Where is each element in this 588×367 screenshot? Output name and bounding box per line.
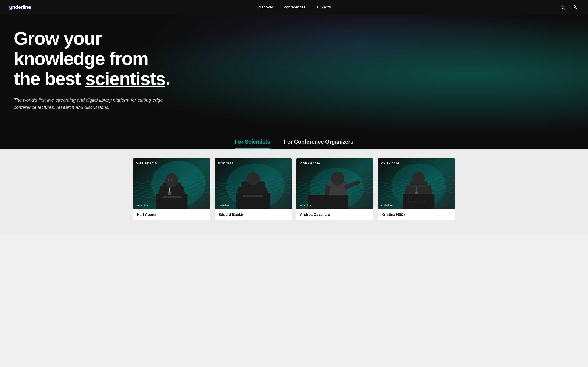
svg-rect-4 (156, 194, 188, 209)
cards-section: WEBIST 2019 (0, 149, 588, 234)
user-account-button[interactable] (571, 3, 579, 11)
svg-point-24 (331, 172, 344, 186)
tab-scientists[interactable]: For Scientists (235, 139, 270, 149)
speaker-name-1: Karl Aberer (137, 213, 207, 217)
tab-conference-organizers[interactable]: For Conference Organizers (284, 139, 353, 149)
hero-title: Grow your knowledge from the best scient… (14, 28, 193, 89)
card-image-3: ICPRAM 2020 un (296, 158, 373, 209)
hero-content: Grow your knowledge from the best scient… (0, 15, 207, 134)
search-icon (560, 5, 565, 10)
svg-point-0 (561, 6, 564, 9)
svg-point-35 (412, 173, 425, 184)
card-image-1: WEBIST 2019 (133, 158, 210, 209)
card-image-4: CHIRA 2019 (378, 158, 455, 209)
card-logo-1: underline (137, 204, 148, 207)
svg-point-18 (246, 173, 260, 185)
hero-section: Grow your knowledge from the best scient… (0, 0, 588, 149)
nav-actions (559, 3, 579, 11)
card-icpram-2020[interactable]: ICPRAM 2020 un (296, 158, 373, 220)
svg-rect-39 (415, 192, 418, 194)
conference-label-2: IC3K 2019 (218, 162, 233, 165)
card-webist-2019[interactable]: WEBIST 2019 (133, 158, 210, 220)
svg-rect-5 (163, 196, 181, 198)
speaker-silhouette-3 (296, 158, 373, 209)
svg-point-7 (165, 173, 178, 188)
cards-grid: WEBIST 2019 (133, 158, 455, 220)
svg-rect-16 (243, 195, 263, 197)
card-logo-2: underline (218, 204, 229, 207)
search-button[interactable] (559, 3, 567, 11)
card-image-2: IC3K 2019 unde (215, 158, 292, 209)
card-logo-4: underline (381, 204, 393, 207)
card-chira-2019[interactable]: CHIRA 2019 (378, 158, 455, 220)
nav-conferences[interactable]: conferences (284, 5, 305, 10)
nav-discover[interactable]: discover (259, 5, 273, 10)
speaker-name-4: Kristina Höök (381, 213, 451, 217)
user-icon (572, 5, 578, 10)
speaker-silhouette-4 (378, 158, 455, 209)
card-ic3k-2019[interactable]: IC3K 2019 unde (215, 158, 292, 220)
svg-rect-13 (168, 192, 171, 194)
svg-line-1 (564, 8, 565, 9)
logo[interactable]: underline (9, 4, 31, 10)
svg-point-2 (574, 6, 576, 7)
speaker-silhouette-2 (215, 158, 292, 209)
hero-tabs: For Scientists For Conference Organizers (0, 134, 588, 149)
card-info-2: Eduard Babkin (215, 209, 292, 220)
conference-label-1: WEBIST 2019 (137, 162, 157, 165)
speaker-name-3: Andrea Cavallaro (300, 213, 370, 217)
navbar: underline discover conferences subjects (0, 0, 588, 15)
conference-label-4: CHIRA 2019 (381, 162, 399, 165)
conference-label-3: ICPRAM 2020 (300, 162, 320, 165)
hero-subtitle: The world's first live-streaming and dig… (14, 96, 170, 111)
nav-links: discover conferences subjects (259, 5, 331, 10)
card-logo-3: underline (300, 204, 311, 207)
nav-subjects[interactable]: subjects (317, 5, 331, 10)
svg-rect-22 (308, 194, 348, 209)
card-info-4: Kristina Höök (378, 209, 455, 220)
card-info-1: Karl Aberer (133, 209, 210, 220)
card-info-3: Andrea Cavallaro (296, 209, 373, 220)
speaker-silhouette-1 (133, 158, 210, 209)
speaker-name-2: Eduard Babkin (218, 213, 288, 217)
